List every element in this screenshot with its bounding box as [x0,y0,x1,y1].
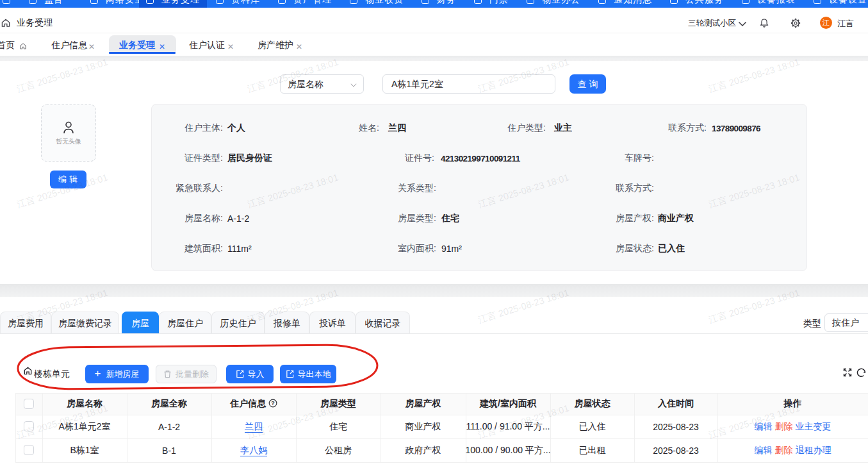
svg-text:?: ? [271,400,275,406]
